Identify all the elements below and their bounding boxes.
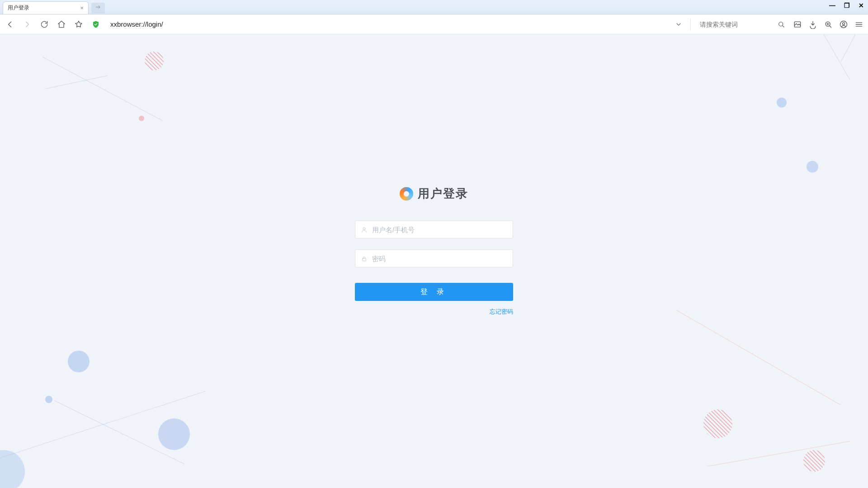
login-form: 用户登录 登 录 忘记密码: [353, 186, 515, 316]
forward-button[interactable]: [22, 19, 33, 30]
account-icon[interactable]: [839, 20, 848, 29]
deco-circle: [68, 351, 90, 372]
deco-dot: [777, 98, 787, 108]
app-logo-icon: [400, 187, 413, 200]
svg-point-5: [363, 227, 365, 230]
page-viewport: 用户登录 登 录 忘记密码: [0, 34, 868, 488]
svg-point-3: [840, 21, 847, 28]
deco-dot: [807, 161, 818, 173]
browser-tab[interactable]: 用户登录 ×: [3, 1, 89, 14]
deco-circle: [158, 418, 190, 450]
zoom-icon[interactable]: [824, 20, 833, 29]
screenshot-icon[interactable]: [793, 20, 802, 29]
password-input[interactable]: [372, 254, 507, 262]
minimize-icon[interactable]: —: [828, 2, 836, 9]
menu-icon[interactable]: [854, 20, 863, 29]
download-icon[interactable]: [808, 20, 817, 29]
deco-line: [676, 310, 841, 405]
deco-hatch-circle: [803, 450, 825, 472]
deco-line: [708, 441, 850, 467]
toolbar: [0, 14, 868, 34]
deco-line: [841, 34, 868, 62]
deco-dot: [45, 396, 52, 403]
deco-circle: [0, 450, 25, 488]
close-tab-icon[interactable]: ×: [80, 5, 84, 11]
deco-line: [0, 391, 206, 464]
maximize-icon[interactable]: ❐: [843, 2, 851, 9]
lock-icon: [361, 255, 368, 262]
url-dropdown-icon[interactable]: [673, 21, 684, 28]
username-field-wrap: [355, 221, 513, 239]
deco-line: [54, 400, 184, 464]
close-window-icon[interactable]: ✕: [857, 2, 865, 9]
separator: [690, 19, 691, 30]
user-icon: [361, 226, 368, 233]
window-controls: — ❐ ✕: [828, 2, 865, 9]
password-field-wrap: [355, 249, 513, 267]
search-icon[interactable]: [776, 19, 787, 30]
deco-dot: [139, 116, 144, 121]
deco-line: [798, 34, 850, 80]
login-title-text: 用户登录: [418, 186, 468, 202]
titlebar: 用户登录 × — ❐ ✕: [0, 0, 868, 14]
login-button[interactable]: 登 录: [355, 283, 513, 301]
home-button[interactable]: [56, 19, 67, 30]
search-input[interactable]: [697, 21, 769, 28]
bookmark-button[interactable]: [73, 19, 84, 30]
deco-line: [45, 75, 107, 89]
tab-title: 用户登录: [8, 4, 29, 12]
username-input[interactable]: [372, 225, 507, 233]
svg-rect-6: [363, 258, 366, 261]
forgot-wrap: 忘记密码: [355, 307, 513, 316]
toolbar-right: [793, 20, 863, 29]
new-tab-button[interactable]: [91, 3, 105, 14]
back-button[interactable]: [5, 19, 15, 30]
address-bar[interactable]: [108, 20, 667, 28]
login-heading: 用户登录: [400, 186, 468, 202]
deco-line: [43, 57, 163, 121]
forgot-password-link[interactable]: 忘记密码: [490, 308, 513, 315]
svg-point-4: [843, 22, 845, 24]
security-shield-icon[interactable]: [90, 19, 101, 30]
reload-button[interactable]: [39, 19, 50, 30]
deco-hatch-circle: [145, 52, 164, 70]
deco-hatch-circle: [703, 409, 732, 438]
